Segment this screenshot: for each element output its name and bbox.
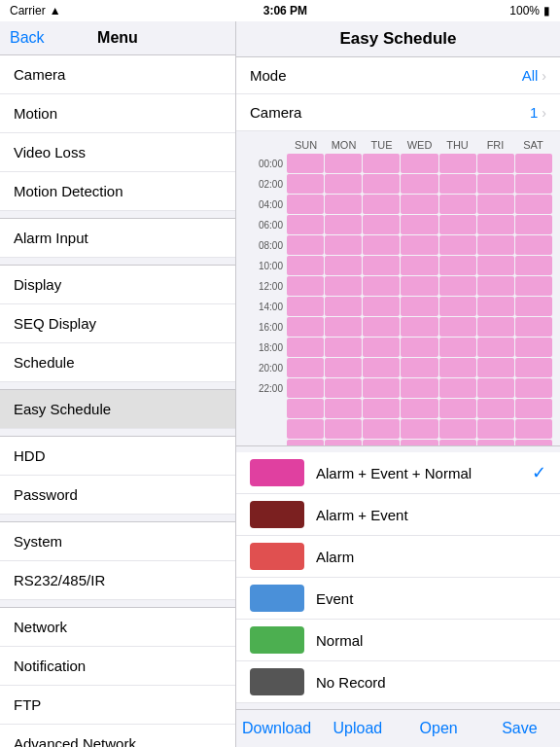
grid-cell[interactable] xyxy=(477,399,514,418)
sidebar-item-camera[interactable]: Camera xyxy=(0,55,235,94)
grid-cell[interactable] xyxy=(515,338,552,357)
grid-cell[interactable] xyxy=(363,256,400,275)
grid-cell[interactable] xyxy=(363,215,400,234)
grid-cell[interactable] xyxy=(439,235,476,255)
grid-cell[interactable] xyxy=(401,399,438,418)
grid-cell[interactable] xyxy=(439,154,476,173)
grid-cell[interactable] xyxy=(287,276,324,296)
grid-row[interactable] xyxy=(287,338,552,357)
sidebar-item-easy-schedule[interactable]: Easy Schedule xyxy=(0,390,235,429)
grid-row[interactable] xyxy=(287,174,552,194)
grid-cell[interactable] xyxy=(325,256,362,275)
grid-cell[interactable] xyxy=(287,256,324,275)
grid-cell[interactable] xyxy=(401,338,438,357)
grid-cell[interactable] xyxy=(287,154,324,173)
grid-cell[interactable] xyxy=(477,358,514,377)
grid-row[interactable] xyxy=(287,195,552,214)
legend-item-event[interactable]: Event xyxy=(236,578,560,620)
grid-cell[interactable] xyxy=(363,378,400,398)
grid-cell[interactable] xyxy=(439,256,476,275)
grid-cell[interactable] xyxy=(325,154,362,173)
grid-cell[interactable] xyxy=(439,317,476,337)
grid-row[interactable] xyxy=(287,419,552,439)
grid-cell[interactable] xyxy=(477,256,514,275)
grid-cell[interactable] xyxy=(401,235,438,255)
sidebar-item-network[interactable]: Network xyxy=(0,608,235,647)
grid-cell[interactable] xyxy=(477,195,514,214)
grid-cell[interactable] xyxy=(401,276,438,296)
sidebar-item-system[interactable]: System xyxy=(0,522,235,561)
grid-cell[interactable] xyxy=(363,276,400,296)
grid-cell[interactable] xyxy=(515,215,552,234)
grid-cell[interactable] xyxy=(325,297,362,316)
grid-cell[interactable] xyxy=(325,317,362,337)
grid-cell[interactable] xyxy=(439,215,476,234)
grid-cell[interactable] xyxy=(515,256,552,275)
grid-cell[interactable] xyxy=(287,358,324,377)
grid-row[interactable] xyxy=(287,154,552,173)
grid-cell[interactable] xyxy=(477,235,514,255)
grid-cell[interactable] xyxy=(287,195,324,214)
sidebar-item-display[interactable]: Display xyxy=(0,266,235,304)
grid-cell[interactable] xyxy=(401,317,438,337)
sidebar-item-video-loss[interactable]: Video Loss xyxy=(0,133,235,172)
grid-cell[interactable] xyxy=(401,256,438,275)
grid-cell[interactable] xyxy=(363,154,400,173)
grid-cell[interactable] xyxy=(325,174,362,194)
grid-cell[interactable] xyxy=(401,419,438,439)
grid-cell[interactable] xyxy=(515,317,552,337)
grid-cell[interactable] xyxy=(439,195,476,214)
grid-cell[interactable] xyxy=(515,358,552,377)
grid-cell[interactable] xyxy=(439,358,476,377)
grid-cell[interactable] xyxy=(363,338,400,357)
grid-cell[interactable] xyxy=(477,317,514,337)
grid-cell[interactable] xyxy=(439,399,476,418)
grid-cell[interactable] xyxy=(287,399,324,418)
grid-cell[interactable] xyxy=(515,195,552,214)
sidebar-item-hdd[interactable]: HDD xyxy=(0,437,235,476)
grid-row[interactable] xyxy=(287,317,552,337)
sidebar-item-rs232/485/ir[interactable]: RS232/485/IR xyxy=(0,561,235,600)
grid-cell[interactable] xyxy=(363,317,400,337)
grid-cell[interactable] xyxy=(439,276,476,296)
grid-cell[interactable] xyxy=(477,215,514,234)
legend-item-alarm-event-normal[interactable]: Alarm + Event + Normal✓ xyxy=(236,452,560,494)
grid-cell[interactable] xyxy=(287,235,324,255)
sidebar-item-alarm-input[interactable]: Alarm Input xyxy=(0,219,235,258)
grid-cell[interactable] xyxy=(401,174,438,194)
grid-cell[interactable] xyxy=(439,297,476,316)
grid-row[interactable] xyxy=(287,276,552,296)
upload-button[interactable]: Upload xyxy=(317,720,398,737)
save-button[interactable]: Save xyxy=(479,720,560,737)
grid-cell[interactable] xyxy=(401,378,438,398)
download-button[interactable]: Download xyxy=(236,720,317,737)
grid-cell[interactable] xyxy=(325,419,362,439)
grid-cell[interactable] xyxy=(325,195,362,214)
grid-row[interactable] xyxy=(287,399,552,418)
grid-row[interactable] xyxy=(287,297,552,316)
grid-cell[interactable] xyxy=(325,215,362,234)
grid-cell[interactable] xyxy=(287,419,324,439)
sidebar-item-advanced-network[interactable]: Advanced Network xyxy=(0,725,235,747)
sidebar-item-schedule[interactable]: Schedule xyxy=(0,343,235,382)
grid-cell[interactable] xyxy=(477,174,514,194)
grid-cell[interactable] xyxy=(439,419,476,439)
grid-cell[interactable] xyxy=(325,378,362,398)
grid-cell[interactable] xyxy=(363,358,400,377)
grid-cell[interactable] xyxy=(325,338,362,357)
grid-cell[interactable] xyxy=(287,338,324,357)
grid-cell[interactable] xyxy=(515,154,552,173)
grid-cell[interactable] xyxy=(477,419,514,439)
mode-row[interactable]: Mode All › xyxy=(236,57,560,94)
legend-item-alarm[interactable]: Alarm xyxy=(236,536,560,578)
grid-cell[interactable] xyxy=(439,174,476,194)
legend-item-no-record[interactable]: No Record xyxy=(236,661,560,703)
sidebar-item-ftp[interactable]: FTP xyxy=(0,686,235,725)
grid-cell[interactable] xyxy=(287,297,324,316)
grid-cell[interactable] xyxy=(287,215,324,234)
grid-cell[interactable] xyxy=(515,419,552,439)
grid-cell[interactable] xyxy=(477,276,514,296)
grid-cell[interactable] xyxy=(439,338,476,357)
camera-row[interactable]: Camera 1 › xyxy=(236,94,560,131)
grid-cell[interactable] xyxy=(363,174,400,194)
